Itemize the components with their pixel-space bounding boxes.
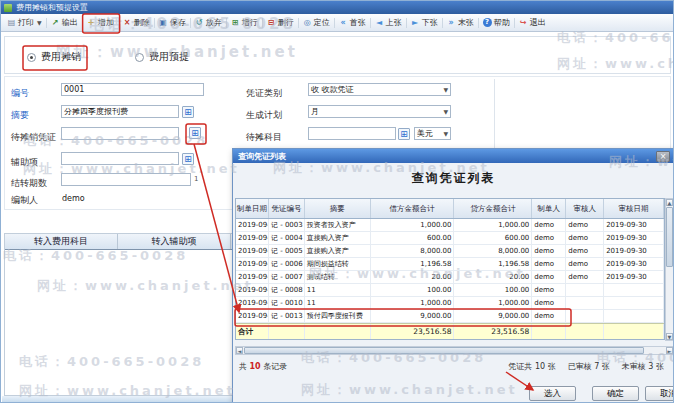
table-row[interactable]: 2019-09-30记 - 0004直接购入资产600.00600.00demo… — [236, 232, 664, 245]
carry-periods-input[interactable] — [61, 173, 191, 186]
table-cell: 8,000.00 — [454, 245, 532, 257]
table-cell: 2019-09-30 — [236, 245, 269, 257]
toolbar-button-prev[interactable]: ◄上张 — [372, 15, 405, 30]
vertical-scroll-thumb[interactable] — [666, 207, 673, 267]
toolbar-separator — [370, 18, 371, 28]
toolbar-button-exit[interactable]: ↪退出 — [516, 15, 549, 30]
table-cell: 记 - 0003 — [269, 219, 305, 231]
total-cell: 23,516.58 — [371, 324, 455, 339]
toolbar-button-delete[interactable]: ×删除 — [120, 15, 153, 30]
radio-expense-accrual[interactable]: 费用预提 — [135, 50, 189, 64]
scroll-down-icon[interactable]: ▼ — [666, 333, 673, 340]
summary-browse-icon[interactable]: ⊞ — [182, 106, 194, 118]
chevron-down-icon: ▼ — [443, 130, 448, 137]
schedule-value: 月 — [311, 106, 319, 117]
auxiliary-browse-icon[interactable]: ⊞ — [182, 153, 194, 165]
summary-input[interactable] — [61, 105, 179, 118]
total-cell — [566, 324, 604, 339]
toolbar-button-label: 删行 — [278, 17, 294, 28]
schedule-label: 生成计划 — [246, 109, 282, 122]
toolbar-button-printer[interactable]: ▤打印▼ — [4, 15, 45, 30]
chevron-down-icon: ▼ — [443, 86, 448, 93]
column-header[interactable]: 制单日期 — [236, 199, 269, 218]
schedule-select[interactable]: 月▼ — [308, 105, 451, 118]
table-cell: demo — [566, 232, 604, 244]
vertical-scrollbar[interactable]: ▲ ▼ — [665, 198, 674, 341]
summary-label: 摘要 — [11, 109, 29, 122]
toolbar-button-delete-row[interactable]: ⊟删行 — [264, 15, 297, 30]
toolbar-button-label: 放弃 — [206, 17, 222, 28]
column-header[interactable]: 审核人 — [566, 199, 604, 218]
horizontal-scroll-thumb[interactable] — [244, 347, 644, 354]
table-cell — [566, 297, 604, 309]
table-cell: demo — [566, 271, 604, 283]
dialog-titlebar[interactable]: 查询凭证列表 — [233, 149, 674, 163]
summary-item: 凭证共 10 张 — [508, 361, 555, 372]
toolbar-button-locate[interactable]: ◎定位 — [300, 15, 333, 30]
table-row[interactable]: 2019-09-30记 - 0006期间损益结转1,196.581,196.58… — [236, 258, 664, 271]
save-icon: ▣ — [159, 18, 168, 27]
currency-value: 美元 — [417, 128, 433, 139]
column-header[interactable]: 贷方金额合计 — [454, 199, 532, 218]
scroll-left-icon[interactable]: ◄ — [236, 347, 243, 354]
column-header[interactable]: 审核日期 — [604, 199, 664, 218]
table-cell: demo — [532, 232, 566, 244]
toolbar-button-label: 增行 — [242, 17, 258, 28]
pending-subject-input[interactable] — [308, 127, 396, 140]
radio-dot-icon — [135, 53, 144, 62]
table-cell: 1,000.00 — [371, 297, 455, 309]
delete-icon: × — [123, 18, 132, 27]
cancel-button[interactable]: 取消 — [645, 386, 674, 401]
radio-expense-amortization[interactable]: 费用摊销 — [27, 50, 81, 64]
last-icon: » — [447, 18, 456, 27]
prev-icon: ◄ — [375, 18, 384, 27]
creator-value: demo — [62, 194, 85, 203]
table-row[interactable]: 2019-09-30记 - 0005直接购入资产8,000.008,000.00… — [236, 245, 664, 258]
table-cell: 9,000.00 — [454, 310, 532, 322]
table-cell: demo — [532, 271, 566, 283]
confirm-button[interactable]: 确定 — [592, 386, 639, 401]
table-row[interactable]: 2019-09-30记 - 000811100.00100.00demo — [236, 284, 664, 297]
table-row[interactable]: 2019-09-30记 - 0010111,000.001,000.00demo — [236, 297, 664, 310]
toolbar-button-export[interactable]: ↗输出 — [48, 15, 81, 30]
close-icon[interactable]: × — [656, 151, 670, 162]
auxiliary-input[interactable] — [61, 152, 179, 165]
select-in-button[interactable]: 选入 — [529, 386, 576, 401]
transfer-subject-header: 转入费用科目 — [5, 234, 118, 249]
column-header[interactable]: 借方金额合计 — [371, 199, 455, 218]
table-row[interactable]: 2019-09-30记 - 0013预付四季度报刊费9,000.009,000.… — [236, 310, 664, 323]
toolbar-button-label: 首张 — [350, 17, 366, 28]
toolbar-separator — [334, 18, 335, 28]
column-header[interactable]: 摘要 — [305, 199, 371, 218]
radio-label: 费用摊销 — [41, 50, 81, 64]
toolbar-button-discard[interactable]: ↺放弃 — [192, 15, 225, 30]
scroll-right-icon[interactable]: ► — [666, 347, 673, 354]
pending-voucher-input[interactable] — [61, 127, 179, 140]
horizontal-scrollbar[interactable]: ◄ ► — [235, 346, 674, 355]
column-header[interactable]: 制单人 — [532, 199, 566, 218]
dialog-heading: 查询凭证列表 — [233, 170, 674, 187]
toolbar-button-save[interactable]: ▣保存 — [156, 15, 189, 30]
scroll-up-icon[interactable]: ▲ — [666, 199, 673, 206]
table-cell: 2019-09-30 — [236, 297, 269, 309]
toolbar-button-last[interactable]: »末张 — [444, 15, 477, 30]
toolbar: ▤打印▼↗输出+增加×删除▣保存↺放弃⊞增行⊟删行◎定位«首张◄上张►下张»末张… — [1, 14, 673, 32]
record-count: 共 10 条记录 — [239, 361, 287, 372]
toolbar-button-first[interactable]: «首张 — [336, 15, 369, 30]
pending-voucher-browse-icon[interactable]: ⊞ — [189, 127, 201, 139]
table-row[interactable]: 2019-09-30记 - 0003投资者投入资产1,000.001,000.0… — [236, 219, 664, 232]
toolbar-button-add[interactable]: +增加 — [84, 15, 117, 30]
auxiliary-label: 辅助项 — [11, 156, 38, 169]
voucher-type-select[interactable]: 收 收款凭证▼ — [308, 83, 451, 96]
toolbar-button-label: 下张 — [422, 17, 438, 28]
printer-icon: ▤ — [7, 18, 16, 27]
column-header[interactable]: 凭证编号 — [269, 199, 305, 218]
currency-select[interactable]: 美元▼ — [414, 127, 451, 140]
table-row[interactable]: 2019-09-30记 - 0007测试结转20.0020.00demodemo… — [236, 271, 664, 284]
toolbar-button-help[interactable]: ?帮助 — [480, 15, 513, 30]
number-input[interactable] — [61, 83, 204, 96]
toolbar-button-next[interactable]: ►下张 — [408, 15, 441, 30]
pending-subject-browse-icon[interactable]: ⊞ — [398, 128, 410, 140]
toolbar-button-label: 增加 — [98, 17, 114, 28]
toolbar-button-insert-row[interactable]: ⊞增行 — [228, 15, 261, 30]
